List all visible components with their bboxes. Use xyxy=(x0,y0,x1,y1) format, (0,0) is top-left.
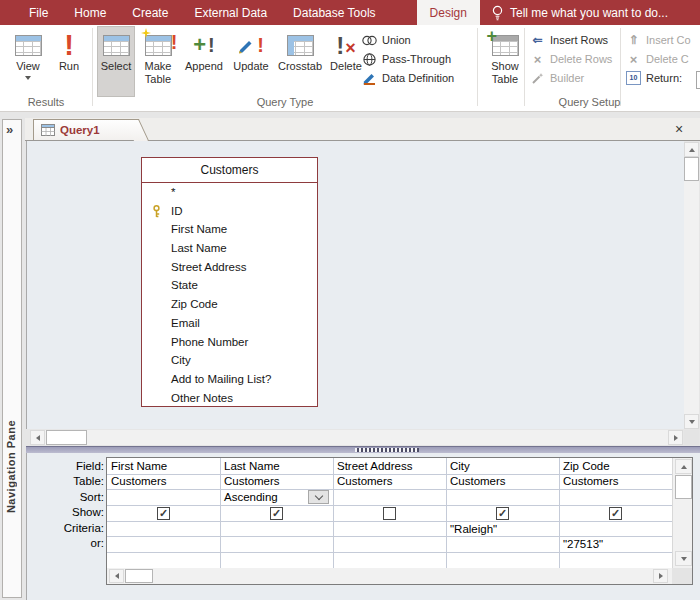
insert-columns-button[interactable]: ⇑ Insert Co xyxy=(626,31,700,49)
field-list-customers[interactable]: Customers * ID First Name Last Name Stre… xyxy=(141,157,318,407)
union-icon xyxy=(362,35,377,46)
view-button[interactable]: View xyxy=(8,28,48,92)
show-table-button[interactable]: + Show Table xyxy=(483,28,527,92)
navigation-pane-collapsed[interactable]: » Navigation Pane xyxy=(2,119,22,598)
scroll-left-icon[interactable] xyxy=(109,569,124,583)
query-grid-pane: Field: Table: Sort: Show: Criteria: or: … xyxy=(26,453,700,600)
tab-design[interactable]: Design xyxy=(417,0,480,25)
grid-cell-sort[interactable]: Ascending xyxy=(220,490,310,505)
ribbon-separator xyxy=(620,28,621,106)
pane-splitter[interactable] xyxy=(26,446,700,453)
lightbulb-icon xyxy=(492,5,503,21)
delete-rows-button[interactable]: × Delete Rows xyxy=(530,50,616,68)
delete-query-button[interactable]: ! × Delete xyxy=(327,28,365,92)
scrollbar-thumb[interactable] xyxy=(675,475,692,499)
expand-nav-pane-icon[interactable]: » xyxy=(6,122,13,137)
run-button[interactable]: ! Run xyxy=(52,28,86,92)
grid-cell-criteria[interactable]: "Raleigh" xyxy=(446,522,559,537)
design-vertical-scrollbar[interactable] xyxy=(684,142,699,429)
grid-cell-table[interactable]: Customers xyxy=(559,474,672,489)
grid-cell-field[interactable]: City xyxy=(446,459,559,474)
close-document-icon[interactable]: × xyxy=(670,120,688,138)
update-query-button[interactable]: ! Update xyxy=(229,28,273,92)
show-checkbox[interactable]: ✓ xyxy=(496,507,509,520)
data-definition-icon xyxy=(363,72,377,85)
field-item[interactable]: Street Address xyxy=(142,258,317,277)
grid-cell-field[interactable]: Last Name xyxy=(220,459,333,474)
field-item[interactable]: Phone Number xyxy=(142,333,317,352)
field-item[interactable]: Other Notes xyxy=(142,389,317,408)
data-definition-button[interactable]: Data Definition xyxy=(362,69,474,87)
sort-dropdown-button[interactable] xyxy=(308,490,329,504)
tab-home[interactable]: Home xyxy=(61,0,119,25)
grid-horizontal-scrollbar[interactable] xyxy=(107,568,672,584)
field-item[interactable]: City xyxy=(142,351,317,370)
grid-vertical-scrollbar[interactable] xyxy=(672,458,692,568)
scroll-left-icon[interactable] xyxy=(30,430,45,445)
grid-cell-field[interactable]: First Name xyxy=(107,459,220,474)
grid-row-label-field: Field: xyxy=(31,459,104,474)
select-query-button[interactable]: Select xyxy=(97,26,135,97)
tab-database-tools[interactable]: Database Tools xyxy=(280,0,389,25)
tab-external-data[interactable]: External Data xyxy=(181,0,280,25)
return-icon: 10 xyxy=(626,71,641,85)
field-item[interactable]: Last Name xyxy=(142,239,317,258)
insert-columns-icon: ⇑ xyxy=(626,33,641,47)
field-item[interactable]: Add to Mailing List? xyxy=(142,370,317,389)
field-list-title[interactable]: Customers xyxy=(142,158,317,183)
scrollbar-thumb[interactable] xyxy=(125,569,153,583)
grid-cell-table[interactable]: Customers xyxy=(446,474,559,489)
show-checkbox[interactable] xyxy=(383,507,396,520)
scroll-right-icon[interactable] xyxy=(668,430,683,445)
splitter-grip-icon[interactable] xyxy=(355,448,419,452)
design-horizontal-scrollbar[interactable] xyxy=(30,430,683,445)
globe-icon xyxy=(363,53,376,66)
grid-row-label-table: Table: xyxy=(31,474,104,489)
show-checkbox[interactable]: ✓ xyxy=(609,507,622,520)
exclamation-icon: ! xyxy=(208,39,215,52)
ribbon: View ! Run Select ! Make Table + ! Appen… xyxy=(0,25,700,112)
union-button[interactable]: Union xyxy=(362,31,474,49)
tab-create[interactable]: Create xyxy=(119,0,181,25)
crosstab-query-button[interactable]: Crosstab xyxy=(275,28,325,92)
scroll-down-icon[interactable] xyxy=(675,551,692,566)
scroll-right-icon[interactable] xyxy=(653,569,668,583)
grid-cell-field[interactable]: Street Address xyxy=(333,459,446,474)
show-checkbox[interactable]: ✓ xyxy=(157,507,170,520)
scrollbar-thumb[interactable] xyxy=(46,430,87,445)
delete-columns-button[interactable]: × Delete C xyxy=(626,50,700,68)
field-item-star[interactable]: * xyxy=(142,183,317,202)
exclamation-icon: ! xyxy=(257,39,264,52)
results-group-label: Results xyxy=(0,96,92,109)
grid-cell-or[interactable]: "27513" xyxy=(559,537,672,552)
scroll-down-icon[interactable] xyxy=(684,414,699,429)
document-tab-query1[interactable]: Query1 xyxy=(33,119,137,140)
pass-through-button[interactable]: Pass-Through xyxy=(362,50,474,68)
grid-cell-table[interactable]: Customers xyxy=(333,474,446,489)
tell-me-box[interactable]: Tell me what you want to do... xyxy=(480,0,680,25)
scroll-up-icon[interactable] xyxy=(684,142,699,157)
make-table-button[interactable]: ! Make Table xyxy=(137,28,179,92)
insert-rows-button[interactable]: ⇐ Insert Rows xyxy=(530,31,616,49)
grid-cell-field[interactable]: Zip Code xyxy=(559,459,672,474)
append-query-button[interactable]: + ! Append xyxy=(181,28,227,92)
grid-cell-table[interactable]: Customers xyxy=(220,474,333,489)
return-value-combobox[interactable] xyxy=(696,71,700,89)
return-top-values[interactable]: 10 Return: xyxy=(626,69,700,87)
grid-cell-table[interactable]: Customers xyxy=(107,474,220,489)
field-item[interactable]: Email xyxy=(142,314,317,333)
field-item-id[interactable]: ID xyxy=(142,202,317,221)
field-item[interactable]: State xyxy=(142,276,317,295)
scrollbar-thumb[interactable] xyxy=(684,157,699,181)
show-checkbox[interactable]: ✓ xyxy=(270,507,283,520)
builder-button[interactable]: Builder xyxy=(530,69,616,87)
query-type-group-label: Query Type xyxy=(95,96,475,109)
scroll-up-icon[interactable] xyxy=(675,459,692,474)
field-item[interactable]: Zip Code xyxy=(142,295,317,314)
document-tab-row: Query1 × xyxy=(25,118,700,141)
exclamation-icon: ! xyxy=(336,39,344,52)
field-item[interactable]: First Name xyxy=(142,220,317,239)
grid-row-label-show: Show: xyxy=(31,505,104,520)
navigation-pane-label: Navigation Pane xyxy=(5,420,17,513)
tab-file[interactable]: File xyxy=(16,0,61,25)
